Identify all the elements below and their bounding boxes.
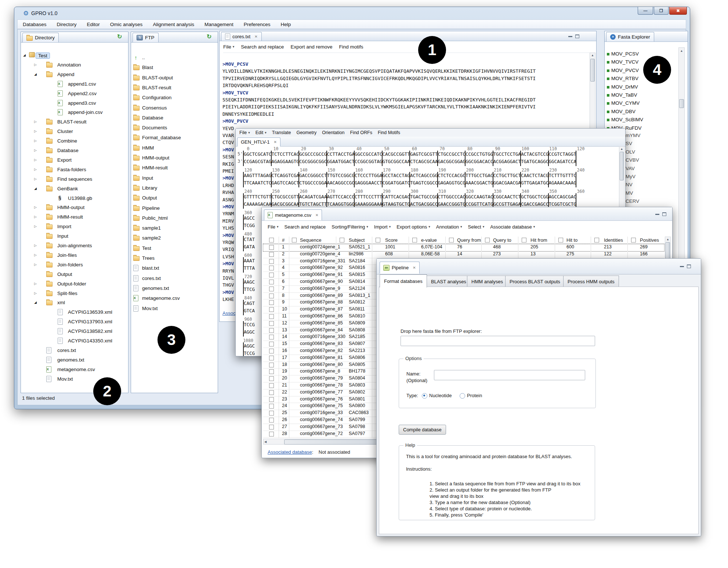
tree-item-export[interactable]: ▷Export	[21, 157, 128, 164]
ftp-item-[interactable]: ↑..	[131, 54, 218, 62]
column-checkbox[interactable]	[522, 238, 526, 242]
row-checkbox[interactable]	[269, 259, 274, 264]
tab-fasta-explorer[interactable]: » Fasta Explorer	[606, 32, 654, 42]
tree-item-u13988-gb[interactable]: §U13988.gb	[21, 195, 128, 202]
tree-item-acypig136539-xml[interactable]: ACYPIG136539.xml	[21, 309, 128, 316]
menu-item-help[interactable]: Help	[281, 22, 291, 27]
tree-item-blast-result[interactable]: ▷BLAST-result	[21, 119, 128, 126]
expander-icon[interactable]: ▷	[34, 139, 37, 143]
ftp-item-genomes-txt[interactable]: genomes.txt	[131, 285, 218, 292]
close-tab-icon[interactable]: ✕	[274, 140, 277, 144]
tree-item-hmm-result[interactable]: ▷HMM-result	[21, 214, 128, 221]
window-restore-icon[interactable]	[687, 265, 691, 268]
tree-item-combine[interactable]: ▷Combine	[21, 138, 128, 145]
expander-icon[interactable]: ◢	[34, 72, 37, 76]
name-input[interactable]	[434, 370, 585, 380]
column-header-e-value[interactable]: e-value	[421, 237, 437, 243]
ftp-item-hmm[interactable]: HMM	[131, 145, 218, 152]
row-checkbox[interactable]	[269, 425, 274, 429]
fasta-item-mov-scbimv[interactable]: MOV_ScBIMV	[605, 116, 688, 124]
ftp-item-blast[interactable]: Blast	[131, 64, 218, 72]
ftp-item-blast-output[interactable]: BLAST-output	[131, 75, 218, 82]
tree-item-genomes-txt[interactable]: genomes.txt	[21, 357, 128, 364]
tab-directory[interactable]: Directory	[22, 33, 59, 42]
column-checkbox[interactable]	[412, 238, 417, 242]
ftp-item-hmm-result[interactable]: HMM-result	[131, 165, 218, 172]
sequence-toolbar-find-motifs[interactable]: Find Motifs	[378, 130, 400, 135]
row-checkbox[interactable]	[269, 273, 274, 277]
ftp-item-library[interactable]: Library	[131, 185, 218, 192]
tree-item-join-files[interactable]: ▷Join-files	[21, 252, 128, 259]
menu-item-editor[interactable]: Editor	[87, 22, 100, 27]
row-checkbox[interactable]	[269, 300, 274, 305]
fasta-item-mov-cymv[interactable]: MOV_CYMV	[605, 100, 688, 107]
tab-gen-htlv-1[interactable]: GEN_HTLV-1 ✕	[237, 137, 280, 147]
column-header-positives[interactable]: Positives	[640, 237, 659, 243]
row-checkbox[interactable]	[269, 390, 274, 395]
tree-item-output[interactable]: Output	[21, 271, 128, 278]
menu-item-databases[interactable]: Databases	[23, 22, 47, 27]
column-header-query-from[interactable]: Query from	[457, 237, 481, 243]
row-checkbox[interactable]	[269, 307, 274, 312]
column-checkbox[interactable]	[340, 238, 344, 242]
ftp-item-database[interactable]: Database	[131, 115, 218, 122]
tree-item-acypig138582-xml[interactable]: ACYPIG138582.xml	[21, 328, 128, 335]
title-bar[interactable]: ⚙ GPRO v1.0 — ❐ ✖	[14, 7, 690, 19]
tree-item-cores-txt[interactable]: cores.txt	[21, 347, 128, 355]
fasta-item-mov-rtbv[interactable]: MOV_RTBV	[605, 75, 688, 83]
ftp-item-consensus[interactable]: Consensus	[131, 105, 218, 112]
tree-item-append3-csv[interactable]: append3.csv	[21, 100, 128, 107]
tree-item-fasta-folders[interactable]: ▷Fasta-folders	[21, 166, 128, 174]
fasta-item-mov-tabv[interactable]: MOV_TaBV	[605, 92, 688, 99]
expander-icon[interactable]: ▷	[34, 253, 37, 257]
ftp-item-mov-txt[interactable]: Mov.txt	[131, 305, 218, 313]
sequence-toolbar-file[interactable]: File▾	[239, 130, 250, 135]
tree-item-join-alignments[interactable]: ▷Join-alignments	[21, 242, 128, 250]
sequence-toolbar-edit[interactable]: Edit▾	[256, 130, 267, 135]
editor-toolbar-find-motifs[interactable]: Find motifs	[339, 44, 363, 50]
tree-item-acypig137903-xml[interactable]: ACYPIG137903.xml	[21, 319, 128, 326]
ftp-item-trees[interactable]: Trees	[131, 255, 218, 262]
expander-icon[interactable]: ▷	[34, 168, 37, 171]
column-header-subject[interactable]: Subject	[349, 237, 365, 243]
row-checkbox[interactable]	[269, 383, 274, 388]
expander-icon[interactable]: ▷	[34, 205, 37, 209]
row-checkbox[interactable]	[269, 369, 274, 374]
row-checkbox[interactable]	[269, 314, 274, 319]
column-header-query-to[interactable]: Query to	[493, 237, 511, 243]
tree-item-genbank[interactable]: ◢GenBank	[21, 186, 128, 193]
fasta-item-mov-pvcv[interactable]: MOV_PVCV	[605, 67, 688, 75]
row-checkbox[interactable]	[269, 397, 274, 402]
row-checkbox[interactable]	[269, 294, 274, 298]
sequence-toolbar-geometry[interactable]: Geometry	[296, 130, 316, 135]
row-checkbox[interactable]	[269, 376, 274, 381]
expander-icon[interactable]: ◢	[34, 187, 37, 190]
expander-icon[interactable]: ▷	[34, 244, 37, 247]
associated-database-link[interactable]: Associated database	[268, 449, 312, 455]
close-tab-icon[interactable]: ✕	[254, 35, 257, 39]
row-checkbox[interactable]	[269, 287, 274, 291]
protein-radio[interactable]	[460, 393, 465, 399]
column-checkbox[interactable]	[558, 238, 563, 242]
menu-item-omic-analyses[interactable]: Omic analyses	[110, 22, 143, 27]
editor-toolbar-search-and-replace[interactable]: Search and replace	[241, 44, 284, 50]
tree-item-output-folder[interactable]: ▷Output-folder	[21, 281, 128, 288]
window-minimize-icon[interactable]	[680, 266, 684, 267]
menu-item-directory[interactable]: Directory	[57, 22, 77, 27]
sequence-toolbar-orientation[interactable]: Orientation	[322, 130, 344, 135]
pipeline-tab-blast-analyses[interactable]: BLAST analyses	[427, 276, 471, 287]
expander-icon[interactable]: ▷	[34, 158, 37, 162]
close-tab-icon[interactable]: ✕	[413, 266, 416, 270]
ftp-item-configuration[interactable]: Configuration	[131, 94, 218, 102]
tree-item-append2-csv[interactable]: Append2.csv	[21, 90, 128, 98]
tab-pipeline[interactable]: ⇦ Pipeline ✕	[380, 262, 420, 274]
fasta-item-mov-tvcv[interactable]: MOV_TVCV	[605, 59, 688, 66]
column-header-hit-to[interactable]: Hit to	[566, 237, 577, 243]
nucleotide-radio[interactable]	[422, 393, 427, 399]
expander-icon[interactable]: ◢	[23, 53, 26, 57]
pipeline-tab-process-blast-outputs[interactable]: Process BLAST outputs	[505, 276, 565, 287]
tree-item-metagenome-csv[interactable]: metagenome.csv	[21, 366, 128, 374]
pipeline-tab-hmm-analyses[interactable]: HMM analyses	[467, 276, 507, 287]
menu-item-alignment-analysis[interactable]: Alignment analysis	[153, 22, 194, 27]
expander-icon[interactable]: ▷	[34, 224, 37, 228]
